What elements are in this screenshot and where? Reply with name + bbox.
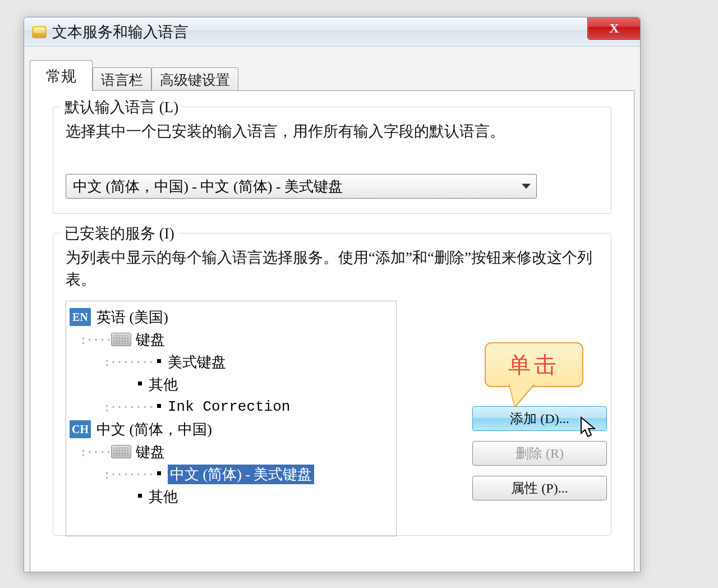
tree-other-ch[interactable]: 其他 [70, 485, 393, 508]
callout-tail-icon [509, 384, 534, 406]
close-icon: X [609, 21, 619, 36]
button-label: 属性 (P)... [511, 479, 568, 497]
titlebar: 文本服务和输入语言 X [24, 17, 640, 47]
bullet-icon [138, 382, 142, 385]
tree-label: 其他 [149, 375, 178, 394]
dialog-window: 文本服务和输入语言 X 常规 语言栏 高级键设置 默认输入语言 (L) 选择其中… [24, 17, 641, 572]
lang-badge-ch: CH [70, 420, 91, 438]
keyboard-icon [111, 333, 131, 346]
tree-label: 中文 (简体，中国) [96, 420, 212, 439]
tree-item-ch-us-keyboard[interactable]: :······· 中文 (简体) - 美式键盘 [70, 463, 393, 485]
installed-services-desc: 为列表中显示的每个输入语言选择服务。使用“添加”和“删除”按钮来修改这个列表。 [66, 247, 599, 291]
bullet-icon [157, 471, 161, 475]
tree-other-en[interactable]: 其他 [70, 373, 393, 396]
properties-button[interactable]: 属性 (P)... [472, 476, 607, 500]
cursor-icon [580, 416, 599, 439]
button-label: 添加 (D)... [510, 410, 569, 428]
remove-button[interactable]: 删除 (R) [472, 441, 607, 466]
app-icon [32, 26, 47, 38]
default-language-select[interactable]: 中文 (简体，中国) - 中文 (简体) - 美式键盘 [66, 174, 537, 199]
default-language-value: 中文 (简体，中国) - 中文 (简体) - 美式键盘 [73, 177, 343, 196]
window-title: 文本服务和输入语言 [52, 22, 188, 42]
tree-label: 美式键盘 [168, 352, 226, 372]
tab-panel-general: 默认输入语言 (L) 选择其中一个已安装的输入语言，用作所有输入字段的默认语言。… [30, 90, 634, 572]
chevron-down-icon [522, 184, 531, 189]
tree-label: 其他 [149, 487, 178, 507]
legend-installed-services: 已安装的服务 (I) [61, 223, 178, 244]
tree-label: 键盘 [136, 330, 165, 350]
close-button[interactable]: X [587, 17, 641, 40]
fieldset-default-language: 默认输入语言 (L) 选择其中一个已安装的输入语言，用作所有输入字段的默认语言。… [53, 107, 611, 214]
tree-keyboard-en[interactable]: :···· 键盘 [70, 328, 393, 351]
services-tree[interactable]: EN 英语 (美国) :···· 键盘 :······· 美式键盘 [66, 301, 397, 536]
legend-default-language: 默认输入语言 (L) [61, 97, 182, 117]
tree-label: Ink Correction [168, 398, 290, 415]
tree-label: 英语 (美国) [96, 307, 168, 327]
keyboard-icon [111, 445, 131, 458]
tab-language-bar[interactable]: 语言栏 [93, 67, 151, 91]
lang-badge-en: EN [70, 308, 91, 326]
tree-item-ink-correction[interactable]: :······· Ink Correction [70, 396, 393, 418]
bullet-icon [157, 404, 161, 408]
tree-lang-en[interactable]: EN 英语 (美国) [70, 306, 393, 328]
tree-keyboard-ch[interactable]: :···· 键盘 [70, 440, 393, 463]
bullet-icon [138, 494, 142, 498]
tab-advanced-keys[interactable]: 高级键设置 [151, 67, 238, 91]
callout-click: 单击 [485, 342, 583, 387]
tabstrip: 常规 语言栏 高级键设置 [30, 62, 640, 90]
tree-lang-ch[interactable]: CH 中文 (简体，中国) [70, 418, 393, 440]
button-label: 删除 (R) [516, 444, 564, 462]
tree-label: 键盘 [136, 442, 165, 462]
tab-general[interactable]: 常规 [30, 60, 93, 91]
tree-item-us-keyboard[interactable]: :······· 美式键盘 [70, 351, 393, 373]
bullet-icon [157, 359, 161, 363]
callout-text: 单击 [508, 350, 560, 380]
tree-label-selected: 中文 (简体) - 美式键盘 [168, 465, 314, 484]
default-language-desc: 选择其中一个已安装的输入语言，用作所有输入字段的默认语言。 [66, 121, 599, 143]
